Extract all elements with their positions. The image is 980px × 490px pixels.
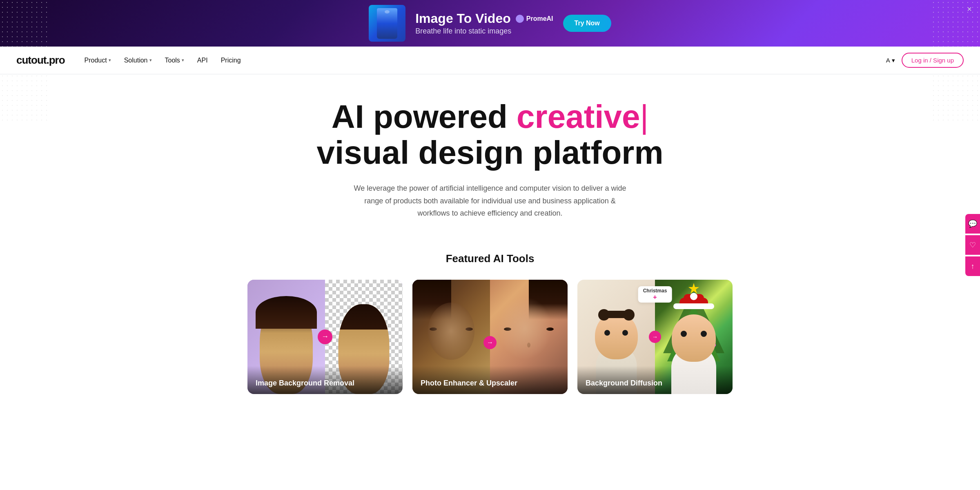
chevron-down-icon: ▾ (109, 58, 111, 63)
tool-card-label: Photo Enhancer & Upscaler (412, 366, 568, 394)
ad-product-image (369, 5, 405, 42)
language-selector[interactable]: A ▾ (886, 57, 895, 64)
tool-card-bg-removal[interactable]: → Image Background Removal (247, 280, 403, 394)
feedback-like-button[interactable]: ♡ (965, 235, 980, 255)
nav-solution[interactable]: Solution ▾ (124, 57, 152, 64)
tool-card-enhancer[interactable]: → Photo Enhancer & Upscaler (412, 280, 568, 394)
hero-section: AI powered creative| visual design platf… (245, 74, 735, 228)
nav-right: A ▾ Log in / Sign up (886, 53, 964, 68)
christmas-badge: Christmas + (638, 286, 672, 303)
chevron-down-icon: ▾ (182, 58, 184, 63)
tool-card-diffusion[interactable]: Christmas + (577, 280, 733, 394)
featured-section: Featured AI Tools → (204, 228, 776, 410)
ad-cta-button[interactable]: Try Now (563, 15, 611, 32)
brand-icon (516, 15, 524, 23)
chevron-down-icon: ▾ (892, 57, 895, 64)
ad-brand: PromeAI (516, 15, 553, 23)
chevron-down-icon: ▾ (149, 58, 152, 63)
sidebar-feedback: 💬 ♡ ↑ (965, 214, 980, 276)
nav-tools[interactable]: Tools ▾ (165, 57, 184, 64)
tools-grid: → Image Background Removal (220, 280, 760, 394)
feedback-chat-button[interactable]: 💬 (965, 214, 980, 234)
ad-close-button[interactable]: × (967, 5, 972, 13)
site-logo[interactable]: cutout.pro (16, 54, 65, 67)
ad-subtitle: Breathe life into static images (415, 27, 553, 36)
ad-text-block: Image To Video PromeAI Breathe life into… (415, 11, 553, 36)
arrow-right-icon: → (649, 331, 661, 343)
hero-title: AI powered creative| visual design platf… (261, 99, 719, 171)
arrow-right-icon: → (483, 336, 497, 349)
ad-title: Image To Video (415, 11, 511, 26)
nav-pricing[interactable]: Pricing (221, 57, 241, 64)
hero-accent-word: creative| (517, 98, 648, 135)
ad-banner: Image To Video PromeAI Breathe life into… (0, 0, 980, 47)
nav-product[interactable]: Product ▾ (85, 57, 111, 64)
tool-card-label: Image Background Removal (247, 366, 403, 394)
hero-subtitle: We leverage the power of artificial inte… (351, 182, 629, 220)
featured-title: Featured AI Tools (220, 252, 760, 265)
arrow-right-icon: → (318, 330, 332, 344)
nav-api[interactable]: API (197, 57, 208, 64)
feedback-scroll-top-button[interactable]: ↑ (965, 256, 980, 276)
navbar: cutout.pro Product ▾ Solution ▾ Tools ▾ … (0, 47, 980, 74)
nav-links: Product ▾ Solution ▾ Tools ▾ API Pricing (85, 57, 886, 64)
login-button[interactable]: Log in / Sign up (902, 53, 964, 68)
